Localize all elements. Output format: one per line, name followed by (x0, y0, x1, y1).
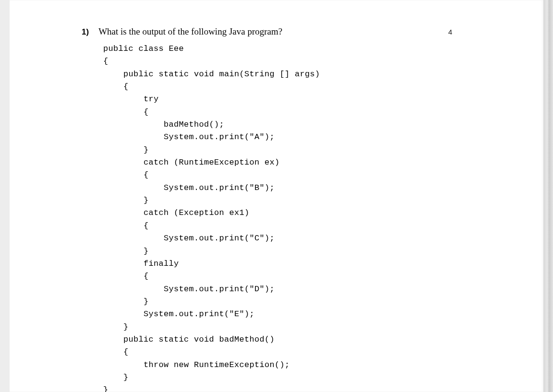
document-page: 1) What is the output of the following J… (10, 0, 543, 392)
code-block: public class Eee { public static void ma… (103, 43, 515, 392)
question-text: What is the output of the following Java… (98, 26, 282, 37)
question-points: 4 (448, 28, 452, 36)
page-right-edge (543, 0, 553, 392)
question-number: 1) (82, 27, 89, 37)
page-left-edge (0, 0, 10, 392)
